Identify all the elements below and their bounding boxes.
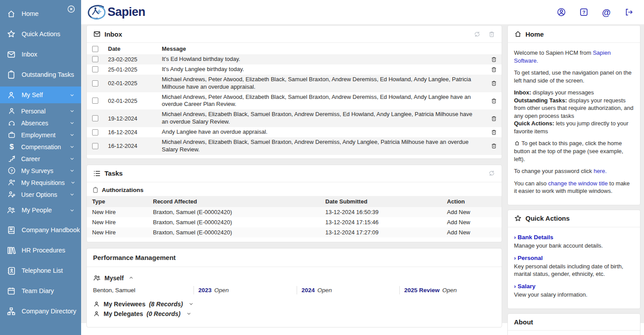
inbox-row-date: 23-02-2025 xyxy=(108,56,162,63)
inbox-card: Inbox Date Message 23-02-2025 It's Ed Ho… xyxy=(86,25,502,159)
sidebar-item-my-surveys[interactable]: ? My Surveys xyxy=(0,165,81,177)
home-icon xyxy=(514,140,520,146)
sidebar-item-quick-actions[interactable]: Quick Actions xyxy=(0,24,81,44)
quick-action-item: ›Bank Details Manage your bank account d… xyxy=(514,233,634,250)
review-year-link[interactable]: 2023 xyxy=(198,287,212,294)
tasks-col-record: Record Affected xyxy=(153,198,325,205)
inbox-row[interactable]: 16-12-2024 Michael Andrews, Elizabeth Bl… xyxy=(87,137,502,155)
close-icon[interactable] xyxy=(67,5,75,13)
book-icon xyxy=(7,226,16,235)
inbox-row[interactable]: 02-01-2025 Michael Andrews, Peter Atwood… xyxy=(87,75,502,92)
my-reviewees-count: (8 Records) xyxy=(149,301,183,308)
inbox-row-date: 19-12-2024 xyxy=(108,115,162,122)
change-password-link[interactable]: here. xyxy=(594,168,607,174)
sidebar-item-my-requisitions[interactable]: My Requisitions xyxy=(0,177,81,188)
row-checkbox[interactable] xyxy=(92,66,98,72)
inbox-row[interactable]: 25-01-2025 It's Andy Langlee birthday to… xyxy=(87,64,502,75)
myself-toggle[interactable]: Myself xyxy=(93,274,495,282)
trash-icon[interactable] xyxy=(491,143,497,149)
task-action[interactable]: Add New xyxy=(447,219,497,226)
sidebar-item-hr-procedures[interactable]: HR Procedures xyxy=(0,240,81,260)
review-status: Open xyxy=(317,287,332,294)
sidebar-item-my-people[interactable]: My People xyxy=(0,200,81,220)
row-checkbox[interactable] xyxy=(92,80,98,87)
sidebar-item-personal[interactable]: Personal xyxy=(0,105,81,117)
trash-icon[interactable] xyxy=(491,129,497,136)
refresh-icon[interactable] xyxy=(488,169,495,177)
profile-icon[interactable] xyxy=(557,8,566,17)
task-action[interactable]: Add New xyxy=(447,229,497,236)
sidebar: Home Quick Actions Inbox Outstanding Tas… xyxy=(0,0,81,335)
review-year-link[interactable]: 2024 xyxy=(302,287,315,294)
sidebar-item-label: Employment xyxy=(21,132,56,139)
sidebar-item-inbox[interactable]: Inbox xyxy=(0,44,81,64)
my-delegates-toggle[interactable]: My Delegates (0 Records) xyxy=(93,310,495,317)
sidebar-item-absences[interactable]: Absences xyxy=(0,117,81,129)
row-checkbox[interactable] xyxy=(92,143,98,149)
review-year-link[interactable]: 2025 Review xyxy=(404,287,439,294)
sapien-swirl-icon xyxy=(86,4,107,21)
change-window-title-link[interactable]: change the window title xyxy=(548,180,608,187)
trash-icon[interactable] xyxy=(488,30,495,38)
task-record: Braxton, Samuel (E-00002420) xyxy=(153,219,325,226)
logout-icon[interactable] xyxy=(624,8,633,17)
sidebar-item-company-handbook[interactable]: Company Handbook xyxy=(0,220,81,240)
inbox-row[interactable]: 16-12-2024 Andy Langlee have an overdue … xyxy=(87,127,502,137)
envelope-icon xyxy=(93,30,101,38)
chevron-down-icon xyxy=(69,192,75,197)
row-checkbox[interactable] xyxy=(92,115,98,121)
chevron-down-icon xyxy=(69,120,75,126)
sidebar-item-career[interactable]: Career xyxy=(0,153,81,165)
orgchart-icon xyxy=(7,307,16,316)
inbox-row[interactable]: 23-02-2025 It's Ed Howland birthday toda… xyxy=(87,54,502,64)
task-action[interactable]: Add New xyxy=(447,209,497,215)
row-checkbox[interactable] xyxy=(92,56,98,62)
inbox-row[interactable]: 02-01-2025 Michael Andrews, Peter Atwood… xyxy=(87,92,502,110)
refresh-icon[interactable] xyxy=(473,30,481,38)
brand-name: Sapien xyxy=(108,5,145,19)
review-status: Open xyxy=(214,287,229,294)
tasks-title: Tasks xyxy=(104,169,123,177)
salary-link[interactable]: Salary xyxy=(517,283,536,290)
task-row[interactable]: New Hire Braxton, Samuel (E-00002420) 13… xyxy=(87,227,502,237)
task-row[interactable]: New Hire Braxton, Samuel (E-00002420) 13… xyxy=(87,207,502,217)
chevron-down-icon xyxy=(69,207,75,213)
caret-right-icon: › xyxy=(514,255,516,261)
sidebar-item-team-diary[interactable]: Team Diary xyxy=(0,281,81,301)
tasks-card: Tasks Authorizations Type Record Affecte… xyxy=(86,165,502,242)
inbox-col-date: Date xyxy=(108,45,162,52)
sidebar-item-outstanding-tasks[interactable]: Outstanding Tasks xyxy=(0,64,81,85)
sidebar-item-my-self[interactable]: My Self xyxy=(0,87,81,103)
trash-icon[interactable] xyxy=(491,115,497,122)
home-panel-title: Home xyxy=(525,30,544,38)
topbar: Sapien ? @ xyxy=(81,0,644,24)
task-row[interactable]: New Hire Braxton, Samuel (E-00002420) 13… xyxy=(87,217,502,227)
welcome-paragraph: Welcome to Sapien HCM from Sapien Softwa… xyxy=(514,49,634,64)
password-paragraph: To change your password click here. xyxy=(514,167,634,175)
sidebar-item-company-directory[interactable]: Company Directory xyxy=(0,301,81,321)
features-paragraph: Inbox: displays your messages Outstandin… xyxy=(514,89,634,135)
row-checkbox[interactable] xyxy=(92,129,98,136)
sidebar-item-compensation[interactable]: $ Compensation xyxy=(0,141,81,153)
select-all-checkbox[interactable] xyxy=(92,46,98,52)
sidebar-item-user-options[interactable]: User Options xyxy=(0,188,81,200)
at-icon[interactable]: @ xyxy=(602,8,611,17)
chevron-down-icon xyxy=(69,168,75,173)
sidebar-item-label: HR Procedures xyxy=(22,247,65,254)
trash-icon[interactable] xyxy=(491,66,497,73)
trash-icon[interactable] xyxy=(491,98,497,104)
sidebar-item-employment[interactable]: Employment xyxy=(0,129,81,141)
trash-icon[interactable] xyxy=(491,80,497,87)
window-title-paragraph: You can also change the window title to … xyxy=(514,180,634,195)
my-reviewees-toggle[interactable]: My Reviewees (8 Records) xyxy=(93,301,495,308)
help-icon[interactable]: ? xyxy=(579,8,588,17)
tasks-col-date: Date Submitted xyxy=(325,198,447,205)
person-icon xyxy=(7,107,16,115)
bank-details-link[interactable]: Bank Details xyxy=(517,234,553,241)
inbox-row-message: It's Andy Langlee birthday today. xyxy=(162,66,484,73)
trash-icon[interactable] xyxy=(491,56,497,63)
inbox-row[interactable]: 19-12-2024 Michael Andrews, Elizabeth Bl… xyxy=(87,109,502,127)
personal-link[interactable]: Personal xyxy=(517,255,543,261)
row-checkbox[interactable] xyxy=(92,98,98,104)
sidebar-item-telephone-list[interactable]: Telephone List xyxy=(0,260,81,281)
